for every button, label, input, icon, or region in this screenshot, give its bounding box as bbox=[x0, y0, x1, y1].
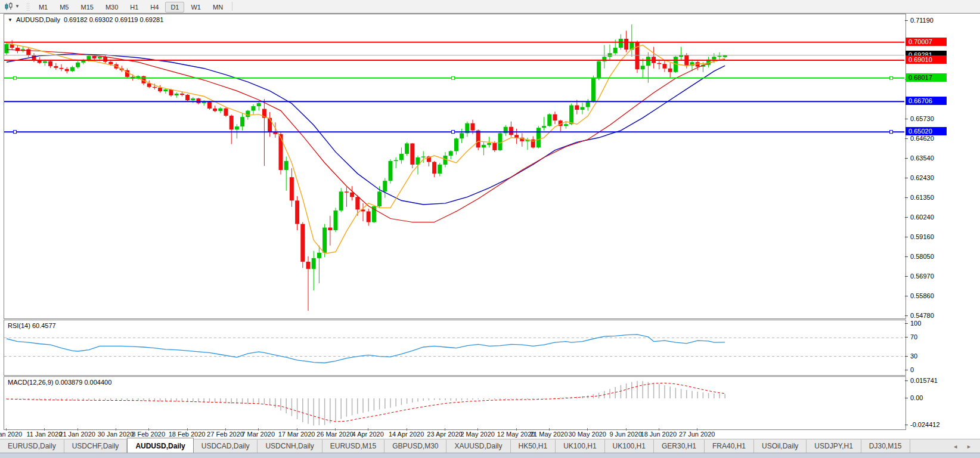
price-axis-label: 0.54780 bbox=[910, 312, 934, 319]
date-axis-label: 30 May 2020 bbox=[568, 431, 606, 438]
price-axis-tick bbox=[905, 119, 908, 119]
price-axis-tick bbox=[905, 315, 908, 316]
timeframe-button-m30[interactable]: M30 bbox=[100, 2, 123, 13]
date-axis[interactable]: 2 Jan 202011 Jan 202021 Jan 202030 Jan 2… bbox=[4, 429, 905, 438]
rsi-indicator-panel[interactable]: RSI(14) 60.4577 bbox=[4, 320, 906, 376]
date-axis-label: 21 Jan 2020 bbox=[59, 431, 95, 438]
rsi-axis-label-tick bbox=[905, 370, 908, 370]
price-axis-tick bbox=[905, 296, 908, 296]
price-level-badge: 0.68017 bbox=[905, 73, 947, 82]
toolbar-grip-handle[interactable] bbox=[26, 2, 29, 11]
date-axis-label: 27 Feb 2020 bbox=[207, 431, 244, 438]
macd-plot[interactable] bbox=[4, 377, 904, 428]
tab-ger30-h1[interactable]: GER30,H1 bbox=[654, 440, 705, 453]
toolbar-separator bbox=[232, 2, 232, 11]
price-level-badge: 0.70007 bbox=[905, 38, 947, 46]
macd-histogram bbox=[7, 381, 725, 426]
macd-axis-label-tick bbox=[905, 425, 908, 425]
chart-tab-bar: EURUSD,DailyUSDCHF,DailyAUDUSD,DailyUSDC… bbox=[0, 439, 980, 453]
line-selection-handle[interactable] bbox=[14, 76, 17, 79]
scroll-tabs-right-icon[interactable]: ► bbox=[966, 444, 972, 450]
candlestick-chart-icon bbox=[4, 2, 14, 11]
price-axis-label: 0.60240 bbox=[910, 213, 934, 221]
macd-axis-label-tick bbox=[905, 380, 908, 381]
date-axis-label: 12 May 2020 bbox=[497, 431, 535, 438]
price-axis-label: 0.58050 bbox=[910, 253, 934, 260]
price-axis-tick bbox=[905, 197, 908, 198]
horizontal-lines-layer[interactable] bbox=[4, 42, 904, 134]
price-axis-tick bbox=[905, 217, 908, 218]
price-chart-panel[interactable]: ▼ AUDUSD,Daily 0.69182 0.69302 0.69119 0… bbox=[4, 14, 906, 319]
tab-usoil-daily[interactable]: USOil,Daily bbox=[754, 440, 807, 453]
date-axis-label: 18 Jun 2020 bbox=[641, 431, 677, 438]
line-selection-handle[interactable] bbox=[890, 76, 893, 79]
rsi-line bbox=[7, 335, 725, 363]
price-plot[interactable] bbox=[4, 14, 904, 317]
timeframe-button-m15[interactable]: M15 bbox=[75, 2, 98, 13]
price-axis-label: 0.64620 bbox=[910, 135, 934, 142]
timeframe-button-mn[interactable]: MN bbox=[207, 2, 228, 13]
price-axis-tick bbox=[905, 158, 908, 159]
tab-usdcad-daily[interactable]: USDCAD,Daily bbox=[194, 440, 258, 453]
date-axis-label: 23 Apr 2020 bbox=[427, 431, 462, 438]
scroll-tabs-left-icon[interactable]: ◄ bbox=[953, 444, 958, 450]
chart-title: ▼ AUDUSD,Daily 0.69182 0.69302 0.69119 0… bbox=[8, 16, 163, 23]
price-axis-tick bbox=[905, 178, 908, 178]
macd-label: MACD(12,26,9) 0.003879 0.004400 bbox=[8, 379, 111, 386]
date-axis-label: 21 May 2020 bbox=[530, 431, 568, 438]
tab-gbpusd-m30[interactable]: GBPUSD,M30 bbox=[384, 440, 446, 453]
date-axis-label: 2 May 2020 bbox=[460, 431, 494, 438]
tab-uk100-h1[interactable]: UK100,H1 bbox=[556, 440, 604, 453]
timeframe-button-m5[interactable]: M5 bbox=[54, 2, 74, 13]
tab-eurusd-daily[interactable]: EURUSD,Daily bbox=[0, 440, 64, 453]
price-axis-tick bbox=[905, 138, 908, 139]
price-level-badge: 0.66706 bbox=[905, 97, 947, 105]
date-axis-label: 4 Apr 2020 bbox=[352, 431, 384, 438]
tab-dj30-m15[interactable]: DJ30,M15 bbox=[861, 440, 910, 453]
top-toolbar: ▼ M1M5M15M30H1H4D1W1MN bbox=[0, 0, 980, 13]
timeframe-button-h1[interactable]: H1 bbox=[125, 2, 144, 13]
line-selection-handle[interactable] bbox=[14, 131, 17, 134]
timeframe-button-w1[interactable]: W1 bbox=[185, 2, 206, 13]
price-axis-tick bbox=[905, 256, 908, 257]
tab-uk100-h1[interactable]: UK100,H1 bbox=[605, 440, 654, 453]
timeframe-button-d1[interactable]: D1 bbox=[165, 2, 184, 13]
tab-usdchf-daily[interactable]: USDCHF,Daily bbox=[64, 440, 128, 453]
rsi-plot[interactable] bbox=[4, 320, 904, 374]
price-axis-label: 0.62430 bbox=[910, 174, 934, 181]
chart-tabs: EURUSD,DailyUSDCHF,DailyAUDUSD,DailyUSDC… bbox=[0, 440, 910, 453]
date-axis-label: 27 Jun 2020 bbox=[679, 431, 715, 438]
tab-fra40-h1[interactable]: FRA40,H1 bbox=[705, 440, 754, 453]
rsi-axis-label: 0 bbox=[910, 366, 914, 373]
ma-fast-line bbox=[7, 44, 725, 254]
chart-type-button[interactable]: ▼ bbox=[2, 2, 21, 11]
collapse-chart-icon[interactable]: ▼ bbox=[8, 17, 13, 23]
price-axis-label: 0.55860 bbox=[910, 292, 934, 299]
candles-layer bbox=[5, 24, 727, 311]
line-selection-handle[interactable] bbox=[452, 76, 455, 79]
price-axis-tick bbox=[905, 20, 908, 21]
date-axis-label: 18 Feb 2020 bbox=[169, 431, 206, 438]
rsi-axis-label-tick bbox=[905, 323, 908, 324]
tab-usdjpy-h1[interactable]: USDJPY,H1 bbox=[807, 440, 861, 453]
tab-xauusd-daily[interactable]: XAUUSD,Daily bbox=[446, 440, 510, 453]
timeframe-button-group: M1M5M15M30H1H4D1W1MN bbox=[33, 1, 229, 12]
price-axis-label: 0.65730 bbox=[910, 115, 934, 122]
date-axis-label: 9 Jun 2020 bbox=[609, 431, 641, 438]
tab-hk50-h1[interactable]: HK50,H1 bbox=[511, 440, 556, 453]
price-axis-label: 0.56970 bbox=[910, 273, 934, 280]
price-axis-label: 0.59160 bbox=[910, 233, 934, 240]
tab-audusd-daily[interactable]: AUDUSD,Daily bbox=[127, 438, 193, 453]
tab-eurusd-m15[interactable]: EURUSD,M15 bbox=[322, 440, 384, 453]
timeframe-button-h4[interactable]: H4 bbox=[145, 2, 164, 13]
macd-indicator-panel[interactable]: MACD(12,26,9) 0.003879 0.004400 bbox=[4, 376, 906, 430]
ma-mid-line bbox=[7, 49, 725, 222]
line-selection-handle[interactable] bbox=[452, 131, 455, 134]
rsi-axis-label-tick bbox=[905, 337, 908, 338]
line-selection-handle[interactable] bbox=[890, 131, 893, 134]
price-level-badge: 0.65020 bbox=[905, 127, 947, 135]
price-axis-label: 0.61350 bbox=[910, 194, 934, 201]
tab-usdcnh-daily[interactable]: USDCNH,Daily bbox=[258, 440, 322, 453]
timeframe-button-m1[interactable]: M1 bbox=[33, 2, 53, 13]
rsi-label: RSI(14) 60.4577 bbox=[8, 322, 56, 329]
